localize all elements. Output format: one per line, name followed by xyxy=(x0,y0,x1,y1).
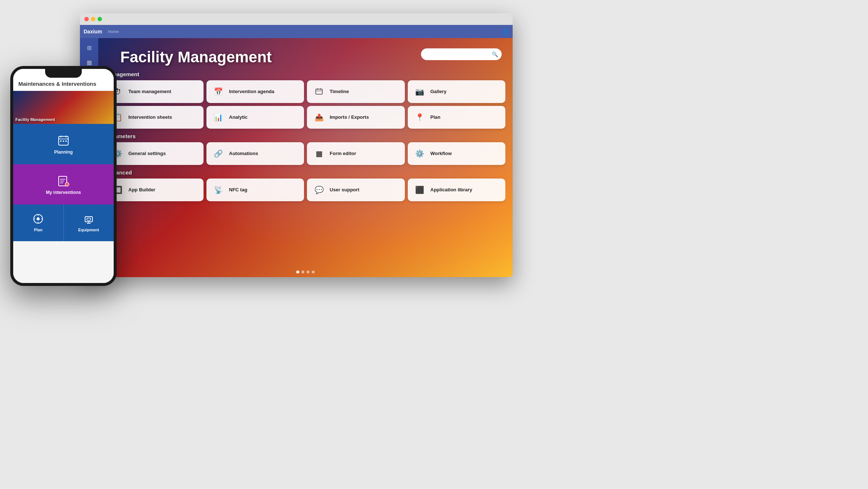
cards-area: Management ⏱ Team management 📅 Intervent… xyxy=(106,71,505,270)
card-team-management[interactable]: ⏱ Team management xyxy=(106,80,204,103)
advanced-grid: 🔲 App Builder 📡 NFC tag 💬 User support ⬛… xyxy=(106,179,505,201)
management-grid: ⏱ Team management 📅 Intervention agenda xyxy=(106,80,505,129)
card-intervention-sheets-label: Intervention sheets xyxy=(128,114,172,121)
card-plan-label: Plan xyxy=(431,114,440,121)
carousel-dots xyxy=(296,271,315,273)
card-automations-label: Automations xyxy=(229,151,258,157)
svg-rect-8 xyxy=(60,140,62,142)
card-gallery-label: Gallery xyxy=(431,89,447,95)
card-analytic[interactable]: 📊 Analytic xyxy=(206,106,304,129)
card-plan[interactable]: 📍 Plan xyxy=(408,106,506,129)
svg-rect-23 xyxy=(85,217,92,222)
card-user-support[interactable]: 💬 User support xyxy=(307,179,405,201)
phone-planning-card[interactable]: Planning xyxy=(13,124,114,164)
dot-2[interactable] xyxy=(301,271,304,273)
svg-point-24 xyxy=(88,221,89,223)
home-nav-item[interactable]: Home xyxy=(108,29,119,34)
section-parameters-label: Parameters xyxy=(106,133,505,139)
sidebar-grid-icon[interactable]: ⊞ xyxy=(83,42,95,54)
card-application-library[interactable]: ⬛ Application library xyxy=(408,179,506,201)
phone-screen: Maintenances & Interventions Facility Ma… xyxy=(13,69,114,283)
user-support-icon: 💬 xyxy=(312,183,326,197)
workflow-icon: ⚙️ xyxy=(413,147,427,161)
application-library-icon: ⬛ xyxy=(413,183,427,197)
phone-card-image[interactable]: Facility Management xyxy=(13,91,114,124)
svg-text:!: ! xyxy=(67,184,67,186)
card-timeline[interactable]: Timeline xyxy=(307,80,405,103)
card-intervention-sheets[interactable]: 📋 Intervention sheets xyxy=(106,106,204,129)
svg-rect-26 xyxy=(87,218,91,220)
card-intervention-agenda-label: Intervention agenda xyxy=(229,89,275,95)
imports-exports-icon: 📤 xyxy=(312,110,326,124)
card-workflow-label: Workflow xyxy=(431,151,452,157)
card-gallery[interactable]: 📷 Gallery xyxy=(408,80,506,103)
phone-planning-item[interactable]: Planning xyxy=(13,133,114,155)
phone-plan-cell[interactable]: Plan xyxy=(13,205,64,241)
equipment-cell-icon xyxy=(84,214,94,226)
plan-cell-label: Plan xyxy=(34,228,43,232)
card-application-library-label: Application library xyxy=(431,187,472,193)
card-timeline-label: Timeline xyxy=(330,89,349,95)
maximize-button[interactable] xyxy=(98,17,102,21)
svg-point-18 xyxy=(37,217,40,220)
card-general-settings-label: General settings xyxy=(128,151,166,157)
timeline-icon xyxy=(312,85,326,99)
interventions-label: My interventions xyxy=(46,190,81,195)
planning-label: Planning xyxy=(54,150,73,155)
card-app-builder-label: App Builder xyxy=(128,187,155,193)
card-form-editor-label: Form editor xyxy=(330,151,356,157)
card-general-settings[interactable]: ⚙️ General settings xyxy=(106,142,204,165)
planning-icon xyxy=(56,133,70,147)
automations-icon: 🔗 xyxy=(212,147,226,161)
browser-content: ⊞ ▦ 🕐 Facility Management 🔍 Management ⏱… xyxy=(80,38,513,277)
card-team-management-label: Team management xyxy=(128,89,171,95)
nfc-tag-icon: 📡 xyxy=(212,183,226,197)
browser-window: Daxium Home 👤 ⊞ ▦ 🕐 Facility Management … xyxy=(80,13,513,277)
card-nfc-tag-label: NFC tag xyxy=(229,187,248,193)
phone-interventions-card[interactable]: ! My interventions xyxy=(13,164,114,205)
phone-bottom-row: Plan Equipment xyxy=(13,205,114,241)
search-icon: 🔍 xyxy=(492,51,498,57)
card-analytic-label: Analytic xyxy=(229,114,248,121)
browser-toolbar: Daxium Home 👤 xyxy=(80,25,513,38)
mobile-phone: Maintenances & Interventions Facility Ma… xyxy=(10,66,117,286)
card-app-builder[interactable]: 🔲 App Builder xyxy=(106,179,204,201)
phone-notch xyxy=(45,69,82,78)
dot-4[interactable] xyxy=(312,271,315,273)
card-imports-exports[interactable]: 📤 Imports / Exports xyxy=(307,106,405,129)
section-management-label: Management xyxy=(106,71,505,77)
plan-cell-icon xyxy=(33,214,43,226)
card-nfc-tag[interactable]: 📡 NFC tag xyxy=(206,179,304,201)
phone-card-image-label: Facility Management xyxy=(15,117,55,122)
parameters-grid: ⚙️ General settings 🔗 Automations ▦ Form… xyxy=(106,142,505,165)
close-button[interactable] xyxy=(84,17,89,21)
card-form-editor[interactable]: ▦ Form editor xyxy=(307,142,405,165)
section-advanced-label: Advanced xyxy=(106,169,505,176)
equipment-cell-label: Equipment xyxy=(78,228,99,232)
dot-3[interactable] xyxy=(307,271,310,273)
form-editor-icon: ▦ xyxy=(312,147,326,161)
dot-1[interactable] xyxy=(296,271,299,273)
minimize-button[interactable] xyxy=(91,17,95,21)
page-title: Facility Management xyxy=(120,48,272,66)
user-icon: 👤 xyxy=(502,28,509,35)
search-bar[interactable]: 🔍 xyxy=(421,48,502,60)
phone-equipment-cell[interactable]: Equipment xyxy=(64,205,114,241)
svg-rect-9 xyxy=(63,140,64,142)
phone-interventions-item[interactable]: ! My interventions xyxy=(13,174,114,195)
card-workflow[interactable]: ⚙️ Workflow xyxy=(408,142,506,165)
intervention-agenda-icon: 📅 xyxy=(212,85,226,99)
card-imports-exports-label: Imports / Exports xyxy=(330,114,369,121)
svg-rect-0 xyxy=(316,89,322,94)
plan-icon: 📍 xyxy=(413,110,427,124)
card-automations[interactable]: 🔗 Automations xyxy=(206,142,304,165)
browser-titlebar xyxy=(80,13,513,25)
main-content-area: Facility Management 🔍 Management ⏱ Team … xyxy=(98,38,513,277)
gallery-icon: 📷 xyxy=(413,85,427,99)
svg-rect-10 xyxy=(65,140,67,142)
card-user-support-label: User support xyxy=(330,187,359,193)
app-logo: Daxium xyxy=(84,29,102,34)
analytic-icon: 📊 xyxy=(212,110,226,124)
interventions-icon: ! xyxy=(56,174,70,188)
card-intervention-agenda[interactable]: 📅 Intervention agenda xyxy=(206,80,304,103)
